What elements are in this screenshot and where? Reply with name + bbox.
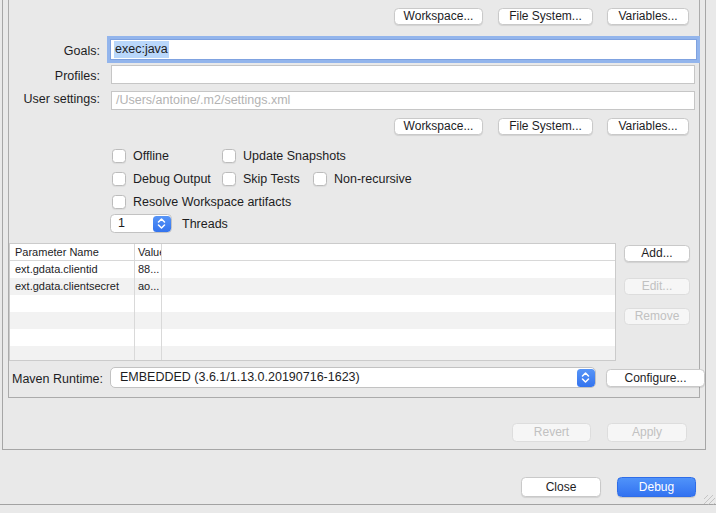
column-divider bbox=[134, 244, 135, 360]
checkbox-box[interactable] bbox=[222, 172, 236, 186]
resolve-workspace-artifacts-checkbox[interactable]: Resolve Workspace artifacts bbox=[112, 195, 291, 209]
checkbox-label: Skip Tests bbox=[243, 172, 300, 186]
column-divider bbox=[161, 244, 162, 360]
configure-runtime-button[interactable]: Configure... bbox=[606, 369, 705, 387]
empty-table-row bbox=[10, 295, 615, 312]
goals-selected-text: exec:java bbox=[114, 41, 169, 58]
checkbox-box[interactable] bbox=[112, 172, 126, 186]
checkbox-label: Update Snapshots bbox=[243, 149, 346, 163]
table-row[interactable]: ext.gdata.clientid 88... bbox=[10, 261, 615, 278]
debug-button[interactable]: Debug bbox=[617, 477, 696, 497]
profiles-input[interactable] bbox=[111, 65, 695, 84]
chevron-up-down-icon[interactable] bbox=[153, 216, 171, 232]
user-settings-input[interactable]: /Users/antoine/.m2/settings.xml bbox=[111, 91, 695, 110]
empty-table-row bbox=[10, 346, 615, 361]
checkbox-label: Resolve Workspace artifacts bbox=[133, 195, 291, 209]
profiles-label: Profiles: bbox=[0, 69, 100, 83]
parameter-value-cell: 88... bbox=[134, 261, 161, 278]
remove-parameter-button: Remove bbox=[624, 308, 690, 325]
resize-grip[interactable] bbox=[704, 495, 715, 505]
checkbox-label: Offline bbox=[133, 149, 169, 163]
table-row[interactable]: ext.gdata.clientsecret ao... bbox=[10, 278, 615, 295]
maven-run-configuration-dialog: Workspace... File System... Variables...… bbox=[0, 0, 716, 513]
threads-label: Threads bbox=[182, 217, 228, 231]
empty-table-row bbox=[10, 312, 615, 329]
parameter-value-cell: ao... bbox=[134, 278, 161, 295]
column-header-parameter-name[interactable]: Parameter Name bbox=[10, 244, 134, 260]
maven-runtime-dropdown[interactable]: EMBEDDED (3.6.1/1.13.0.20190716-1623) bbox=[110, 367, 596, 388]
revert-button: Revert bbox=[512, 423, 591, 442]
checkbox-box[interactable] bbox=[313, 172, 327, 186]
parameters-table[interactable]: Parameter Name Value ext.gdata.clientid … bbox=[9, 243, 616, 361]
goals-label: Goals: bbox=[0, 44, 100, 58]
variables-button-goals[interactable]: Variables... bbox=[607, 8, 689, 25]
edit-parameter-button: Edit... bbox=[624, 278, 690, 295]
chevron-up-down-icon[interactable] bbox=[577, 369, 595, 387]
goals-input[interactable]: exec:java bbox=[110, 39, 697, 60]
add-parameter-button[interactable]: Add... bbox=[624, 245, 690, 262]
checkbox-label: Debug Output bbox=[133, 172, 211, 186]
update-snapshots-checkbox[interactable]: Update Snapshots bbox=[222, 149, 346, 163]
checkbox-label: Non-recursive bbox=[334, 172, 412, 186]
close-button[interactable]: Close bbox=[521, 477, 601, 497]
user-settings-label: User settings: bbox=[0, 92, 100, 106]
file-system-button-goals[interactable]: File System... bbox=[498, 8, 593, 25]
column-header-value[interactable]: Value bbox=[134, 244, 161, 260]
table-header-row: Parameter Name Value bbox=[10, 244, 615, 261]
checkbox-box[interactable] bbox=[222, 149, 236, 163]
empty-table-row bbox=[10, 329, 615, 346]
parameter-name-cell: ext.gdata.clientid bbox=[10, 261, 134, 278]
non-recursive-checkbox[interactable]: Non-recursive bbox=[313, 172, 412, 186]
workspace-button-settings[interactable]: Workspace... bbox=[394, 118, 483, 135]
threads-stepper[interactable]: 1 bbox=[110, 214, 172, 233]
workspace-button-goals[interactable]: Workspace... bbox=[394, 8, 483, 25]
checkbox-box[interactable] bbox=[112, 149, 126, 163]
apply-button: Apply bbox=[607, 423, 687, 442]
variables-button-settings[interactable]: Variables... bbox=[607, 118, 689, 135]
parameter-name-cell: ext.gdata.clientsecret bbox=[10, 278, 134, 295]
window-bottom-border bbox=[0, 504, 716, 505]
offline-checkbox[interactable]: Offline bbox=[112, 149, 169, 163]
file-system-button-settings[interactable]: File System... bbox=[498, 118, 593, 135]
debug-output-checkbox[interactable]: Debug Output bbox=[112, 172, 211, 186]
maven-runtime-selected-value: EMBEDDED (3.6.1/1.13.0.20190716-1623) bbox=[111, 368, 595, 387]
maven-runtime-label: Maven Runtime: bbox=[0, 372, 103, 386]
skip-tests-checkbox[interactable]: Skip Tests bbox=[222, 172, 300, 186]
checkbox-box[interactable] bbox=[112, 195, 126, 209]
